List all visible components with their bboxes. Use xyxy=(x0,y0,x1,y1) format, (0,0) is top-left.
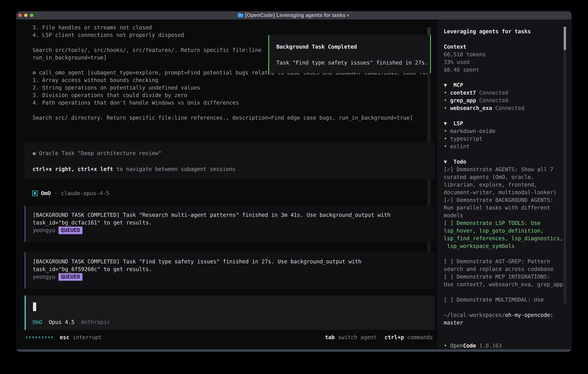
model-info-row: OmO Opus 4.5 Anthropic xyxy=(32,318,110,326)
todo-list: [✓] Demonstrate AGENTS: Show all 7curate… xyxy=(444,166,571,303)
activity-dot xyxy=(36,336,37,338)
todo-item-line: [ ] Demonstrate AST-GREP: Pattern xyxy=(444,258,571,265)
todo-section-header[interactable]: ▼ Todo xyxy=(444,158,571,166)
app-version-row: • OpenCode 1.0.163 xyxy=(444,342,571,349)
message-meta: yeongyu QUEUED xyxy=(33,273,435,281)
mcp-list: • context7 Connected• grep_app Connected… xyxy=(444,89,571,112)
message-author: yeongyu xyxy=(33,227,55,234)
ctrlp-action-label: commands xyxy=(407,334,433,341)
status-dot-icon: • xyxy=(444,143,450,150)
workspace-path: ~/local-workspaces/oh-my-opencode: xyxy=(444,311,571,319)
status-right: tab switch agent ctrl+p commands xyxy=(325,334,433,341)
toast-title: Background Task Completed xyxy=(276,43,430,51)
mcp-item: • grep_app Connected xyxy=(444,97,571,104)
tab-action-label: switch agent xyxy=(338,334,377,341)
lsp-item: • typescript xyxy=(444,135,571,143)
activity-dot xyxy=(52,336,53,338)
tab-action-label xyxy=(335,334,338,341)
activity-dot xyxy=(32,336,34,338)
esc-key-hint: esc xyxy=(60,334,69,341)
minimize-button[interactable] xyxy=(24,14,28,17)
text-cursor xyxy=(33,302,36,311)
activity-dot xyxy=(42,336,43,338)
message-author: yeongyu xyxy=(33,273,55,281)
main-scrollbar-thumb-top[interactable] xyxy=(427,28,431,35)
todo-item-line: curated agents (OmO, oracle, xyxy=(444,173,571,181)
opencode-window: [OpenCode] Leveraging agents for tasks ◐… xyxy=(16,11,571,352)
mcp-section-header[interactable]: ▼ MCP xyxy=(444,81,571,89)
chevron-down-icon: ▼ xyxy=(444,120,453,126)
status-dot-icon: • xyxy=(444,105,450,111)
esc-action-label xyxy=(69,334,73,341)
context-tokens: 66,518 tokens xyxy=(444,51,571,58)
todo-item-line: [ ] Demonstrate MCP INTEGRATIONS: xyxy=(444,273,571,280)
close-button[interactable] xyxy=(18,14,22,17)
tab-key-hint: tab xyxy=(325,334,335,341)
radio-icon: ◉ xyxy=(32,150,36,156)
lsp-section-header[interactable]: ▼ LSP xyxy=(444,120,571,127)
window-title-text: [OpenCode] Leveraging agents for tasks ◐ xyxy=(245,12,350,18)
activity-dot xyxy=(45,336,46,338)
queued-badge: QUEUED xyxy=(58,273,83,281)
sidebar-scrollbar-thumb[interactable] xyxy=(564,27,566,50)
message-text-line: task_id="bg_dcfac161" to get results. xyxy=(33,219,435,227)
toast-body: Task "Find type safety issues" finished … xyxy=(276,59,430,67)
todo-item-line: models xyxy=(444,212,571,219)
todo-item-line: lsp_hover, lsp_goto_definition, xyxy=(444,227,571,235)
context-used: 33% used xyxy=(444,58,571,66)
todo-item-line: [ ] Demonstrate LSP TOOLS: Use xyxy=(444,219,571,227)
status-dot-icon: • xyxy=(444,343,450,349)
background-task-message: [BACKGROUND TASK COMPLETED] Task "Resear… xyxy=(25,206,435,242)
activity-dot xyxy=(39,336,40,338)
todo-item-line: [✓] Demonstrate AGENTS: Show all 7 xyxy=(444,166,571,173)
session-sidebar: Leveraging agents for tasks Context 66,5… xyxy=(437,19,571,349)
separator-dot: · xyxy=(54,190,57,197)
sidebar-scrollbar[interactable] xyxy=(564,27,566,304)
todo-item-line: lsp_find_references, lsp_diagnostics, xyxy=(444,235,571,242)
status-dot-icon: • xyxy=(444,128,450,134)
ctrlp-action-label xyxy=(404,334,407,341)
git-branch: master xyxy=(444,319,571,327)
chevron-down-icon: ▼ xyxy=(444,159,453,165)
mcp-item: • websearch_exa Connected xyxy=(444,104,571,112)
prompt-input[interactable]: OmO Opus 4.5 Anthropic xyxy=(25,295,435,330)
active-model-label: Opus 4.5 xyxy=(49,319,74,325)
mcp-item: • context7 Connected xyxy=(444,89,571,97)
app-version xyxy=(476,343,479,349)
activity-dot xyxy=(26,336,27,338)
queued-badge: QUEUED xyxy=(58,227,83,234)
todo-item-line: document-writer, multimodal-looker) xyxy=(444,189,571,196)
oracle-task-panel: ◉ Oracle Task "Deep architecture review"… xyxy=(25,142,435,179)
active-agent-label: OmO xyxy=(32,319,42,325)
lsp-item: • markdown-oxide xyxy=(444,127,571,135)
agent-model: claude-opus-4-5 xyxy=(61,190,109,197)
todo-item-line: search and replace across codebase xyxy=(444,265,571,273)
omo-agent-icon xyxy=(32,191,38,196)
status-left: esc interrupt xyxy=(26,334,102,341)
context-spent: $0.46 spent xyxy=(444,66,571,74)
provider-label: Anthropic xyxy=(81,319,110,325)
chevron-down-icon: ▼ xyxy=(444,82,453,88)
background-task-message: [BACKGROUND TASK COMPLETED] Task "Find t… xyxy=(25,252,435,289)
title-bar[interactable]: [OpenCode] Leveraging agents for tasks ◐ xyxy=(16,11,571,19)
terminal-content: 3. File handles or streams not closed 4.… xyxy=(16,19,571,349)
context-heading: Context xyxy=(444,43,571,51)
activity-dot xyxy=(48,336,50,338)
todo-item-line: librarian, explore, frontend, xyxy=(444,181,571,189)
activity-dot xyxy=(29,336,31,338)
desktop: [OpenCode] Leveraging agents for tasks ◐… xyxy=(0,0,588,374)
oracle-task-title: ◉ Oracle Task "Deep architecture review" xyxy=(32,149,435,157)
message-text-line: task_id="bg_6f59260c" to get results. xyxy=(33,265,435,273)
todo-item-line: Run parallel tasks with different xyxy=(444,204,571,212)
todo-item-line: [ ] Demonstrate MULTIMODAL: Use xyxy=(444,296,571,303)
session-title: Leveraging agents for tasks xyxy=(444,28,571,35)
todo-item-line: [✓] Demonstrate BACKGROUND AGENTS: xyxy=(444,196,571,204)
status-dot-icon: • xyxy=(444,90,450,96)
status-dot-icon: • xyxy=(444,97,450,104)
status-dot-icon: • xyxy=(444,136,450,142)
lsp-item: • eslint xyxy=(444,143,571,150)
message-text-line: [BACKGROUND TASK COMPLETED] Task "Find t… xyxy=(33,258,435,265)
zoom-button[interactable] xyxy=(30,14,33,17)
esc-action-label: interrupt xyxy=(73,334,102,341)
window-bottom-edge xyxy=(16,349,571,352)
